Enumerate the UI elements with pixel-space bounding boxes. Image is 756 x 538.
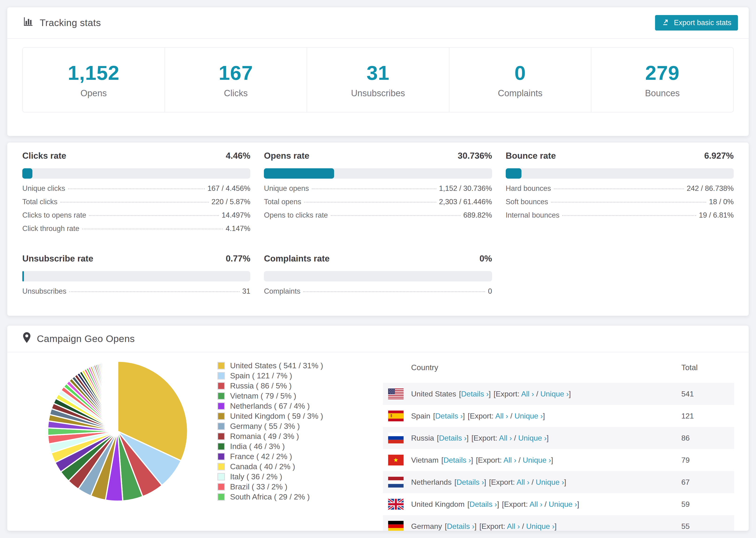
rates-grid: Clicks rate 4.46% Unique clicks 167 / 4.… [7,142,749,300]
detail-value: 0 [488,287,492,296]
legend-item[interactable]: Netherlands ( 67 / 4% ) [217,402,323,410]
dotted-leader [82,229,223,229]
export-unique-link[interactable]: Unique › [514,412,543,420]
legend-item[interactable]: United States ( 541 / 31% ) [217,362,323,369]
bracket: [ [489,478,491,486]
total-cell: 67 [681,478,734,487]
legend-swatch [217,412,225,420]
bracket: ] [555,522,557,530]
rate-value: 30.736% [458,151,492,161]
rate-detail-row: Clicks to opens rate 14.497% [22,211,250,224]
stat-label: Opens [81,88,107,98]
campaign-geo-opens-card: Campaign Geo Opens United States ( 541 /… [7,325,749,531]
legend-item[interactable]: India ( 46 / 3% ) [217,443,323,450]
export-unique-link[interactable]: Unique › [518,434,547,442]
export-all-link[interactable]: All › [503,456,516,464]
rate-progress-track [22,271,250,282]
legend-swatch [217,372,225,380]
legend-item[interactable]: Canada ( 40 / 2% ) [217,463,323,470]
export-all-link[interactable]: All › [529,500,542,509]
export-unique-link[interactable]: Unique › [523,456,551,464]
stat-box: 31 Unsubscribes [307,48,449,112]
legend-item[interactable]: Brazil ( 33 / 2% ) [217,483,323,491]
rate-detail-rows: Unsubscribes 31 [22,287,250,300]
details-link[interactable]: Details › [469,500,497,509]
country-cell: Russia[Details ›][Export: All › / Unique… [411,434,681,443]
export-all-link[interactable]: All › [495,412,508,420]
total-column-header: Total [681,363,734,372]
legend-item[interactable]: Romania ( 49 / 3% ) [217,432,323,440]
export-unique-link[interactable]: Unique › [526,522,555,530]
details-group: [Details ›] [459,390,491,398]
country-name: Russia [411,434,434,443]
legend-label: India ( 46 / 3% ) [230,442,285,451]
legend-item[interactable]: Spain ( 121 / 7% ) [217,372,323,380]
legend-item[interactable]: Italy ( 36 / 2% ) [217,473,323,480]
rate-title: Complaints rate [264,254,330,264]
bracket: ] [497,500,499,509]
export-all-link[interactable]: All › [499,434,512,442]
details-link[interactable]: Details › [439,434,466,442]
geo-pie-chart[interactable] [45,358,190,504]
export-all-link[interactable]: All › [507,522,520,530]
rates-card: Clicks rate 4.46% Unique clicks 167 / 4.… [7,142,749,316]
rate-title: Opens rate [264,151,309,161]
dotted-leader [303,291,485,292]
dotted-leader [312,188,436,189]
country-flag-icon [388,433,404,443]
export-unique-link[interactable]: Unique › [540,390,568,398]
legend-item[interactable]: Germany ( 55 / 3% ) [217,422,323,430]
legend-item[interactable]: United Kingdom ( 59 / 3% ) [217,412,323,420]
detail-label: Click through rate [22,224,80,233]
country-flag-icon [388,455,404,465]
details-link[interactable]: Details › [457,478,484,486]
details-link[interactable]: Details › [461,390,489,398]
details-link[interactable]: Details › [447,522,474,530]
bracket: [ [479,522,482,530]
export-unique-link[interactable]: Unique › [536,478,564,486]
export-prefix: Export: [470,412,495,420]
bracket: ] [489,390,491,398]
total-cell: 121 [681,412,734,420]
pie-slice[interactable] [117,361,118,431]
legend-item[interactable]: Russia ( 86 / 5% ) [217,382,323,390]
rate-title: Bounce rate [506,151,556,161]
details-link[interactable]: Details › [435,412,463,420]
slash: / [542,500,549,509]
bracket: ] [474,522,477,530]
stat-label: Bounces [645,88,680,98]
export-prefix: Export: [496,390,521,398]
details-link[interactable]: Details › [444,456,471,464]
rate-detail-rows: Unique opens 1,152 / 30.736% Total opens… [264,184,492,224]
bracket: [ [467,500,469,509]
stat-label: Clicks [224,88,248,98]
rate-value: 0.77% [226,254,250,264]
country-flag-icon [388,389,404,399]
export-all-link[interactable]: All › [521,390,534,398]
export-button-label: Export basic stats [674,19,731,27]
export-icon [662,18,670,28]
slash: / [516,456,523,464]
dotted-leader [562,215,696,216]
legend-item[interactable]: France ( 42 / 2% ) [217,453,323,460]
dotted-leader [89,215,219,216]
legend-item[interactable]: South Africa ( 29 / 2% ) [217,493,323,501]
export-all-link[interactable]: All › [516,478,529,486]
pie-legend: United States ( 541 / 31% ) Spain ( 121 … [217,362,323,501]
geo-body: United States ( 541 / 31% ) Spain ( 121 … [7,352,749,531]
legend-label: Italy ( 36 / 2% ) [230,472,282,481]
export-basic-stats-button[interactable]: Export basic stats [655,15,738,30]
detail-label: Unsubscribes [22,287,67,296]
rate-head: Bounce rate 6.927% [506,151,734,161]
rate-block: Unsubscribe rate 0.77% Unsubscribes 31 [22,254,250,300]
legend-item[interactable]: Vietnam ( 79 / 5% ) [217,392,323,400]
detail-label: Complaints [264,287,300,296]
detail-value: 2,303 / 61.446% [439,198,492,206]
rate-detail-rows: Unique clicks 167 / 4.456% Total clicks … [22,184,250,238]
rate-detail-row: Total opens 2,303 / 61.446% [264,198,492,211]
rate-head: Clicks rate 4.46% [22,151,250,161]
export-group: [Export: All › / Unique ›] [476,456,553,464]
bracket: ] [484,478,486,486]
table-row: United States[Details ›][Export: All › /… [383,383,734,405]
export-unique-link[interactable]: Unique › [549,500,577,509]
